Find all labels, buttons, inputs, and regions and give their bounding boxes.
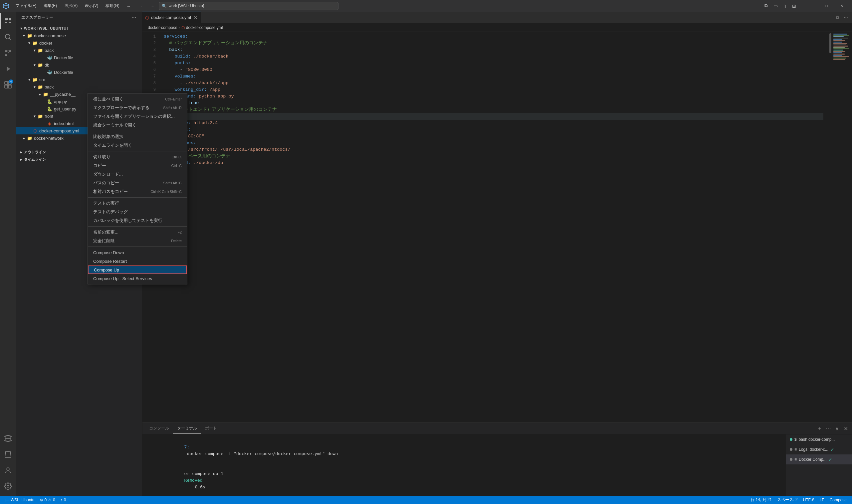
ctx-show-explorer[interactable]: エクスプローラーで表示する Shift+Alt+R — [88, 104, 187, 112]
ctx-compose-restart[interactable]: Compose Restart — [88, 257, 187, 266]
ctx-copy-path-label: パスのコピー — [93, 180, 119, 186]
ctx-coverage-test[interactable]: カバレッジを使用してテストを実行 — [88, 216, 187, 225]
title-search[interactable]: 🔍 work [WSL: Ubuntu] — [159, 2, 338, 10]
add-terminal-btn[interactable]: + — [816, 425, 823, 432]
split-editor-btn[interactable]: ⧉ — [833, 14, 841, 21]
activity-explorer[interactable] — [0, 13, 16, 29]
tree-docker[interactable]: ▼ 📁 docker — [16, 39, 142, 47]
menu-edit[interactable]: 編集(E) — [40, 2, 60, 10]
ctx-compose-up-select[interactable]: Compose Up - Select Services — [88, 274, 187, 283]
ctx-copy-path[interactable]: パスのコピー Shift+Alt+C — [88, 179, 187, 187]
ctx-open-with[interactable]: ファイルを開くアプリケーションの選択... — [88, 112, 187, 121]
status-errors[interactable]: ⊗ 0 ⚠ 0 — [37, 496, 57, 504]
status-encoding[interactable]: UTF-8 — [800, 498, 817, 502]
status-spaces[interactable]: スペース: 2 — [775, 497, 800, 503]
status-language[interactable]: Compose — [827, 498, 849, 502]
ctx-rename[interactable]: 名前の変更... F2 — [88, 228, 187, 236]
more-actions-btn[interactable]: ⋯ — [842, 14, 849, 21]
terminal-item-bash[interactable]: $ bash docker-comp... — [786, 434, 852, 445]
terminal-content[interactable]: 7: docker compose -f "docker-compose/doc… — [142, 434, 785, 496]
status-eol[interactable]: LF — [817, 498, 827, 502]
code-line-18: - ./src/front/:/usr/local/apache2/htdocs… — [164, 146, 823, 153]
tree-src[interactable]: ▼ 📁 src — [16, 76, 142, 83]
ctx-copy-rel-path[interactable]: 相対パスをコピー Ctrl+K Ctrl+Shift+C — [88, 187, 187, 196]
label-docker-network: docker-network — [34, 136, 64, 141]
new-file-btn[interactable]: ⋯ — [131, 15, 137, 21]
code-line-2: # バックエンドアプリケーション用のコンテナ — [164, 40, 823, 47]
ctx-delete[interactable]: 完全に削除 Delete — [88, 236, 187, 245]
activity-search[interactable] — [0, 29, 16, 45]
activity-remote[interactable] — [0, 431, 16, 447]
ctx-select-compare[interactable]: 比較対象の選択 — [88, 132, 187, 141]
menu-file[interactable]: ファイル(F) — [12, 2, 40, 10]
ctx-copy[interactable]: コピー Ctrl+C — [88, 161, 187, 170]
outline-label: アウトライン — [24, 150, 46, 155]
nav-back-btn[interactable]: ← — [139, 2, 147, 10]
close-btn[interactable]: ✕ — [834, 0, 849, 12]
ctx-open-timeline[interactable]: タイムラインを開く — [88, 141, 187, 150]
nav-forward-btn[interactable]: → — [148, 2, 156, 10]
ctx-cut-label: 切り取り — [93, 154, 110, 160]
editor-scrollbar[interactable] — [829, 32, 832, 422]
status-position[interactable]: 行 14, 列 21 — [748, 497, 775, 503]
terminal-item-logs[interactable]: ≡ Logs: docker-c... ✓ — [786, 445, 852, 454]
layout-right-btn[interactable]: ▯ — [781, 2, 789, 10]
layout-customize-btn[interactable]: ⊞ — [790, 2, 798, 10]
context-menu: 横に並べて開く Ctrl+Enter エクスプローラーで表示する Shift+A… — [88, 93, 188, 285]
code-line-16: - "80:80" — [164, 133, 823, 140]
terminal-icon-docker-comp: ≡ — [795, 457, 797, 462]
panel-maximize-btn[interactable]: ∧ — [833, 425, 841, 432]
status-sync[interactable]: ↕ 0 — [58, 496, 69, 504]
ctx-cut-shortcut: Ctrl+X — [172, 155, 182, 159]
ctx-compose-down[interactable]: Compose Down — [88, 248, 187, 257]
tree-back-src[interactable]: ▼ 📁 back — [16, 83, 142, 90]
workspace-root[interactable]: ▼ WORK [WSL: UBUNTU] — [16, 24, 142, 32]
label-docker: docker — [39, 41, 52, 46]
ctx-cut[interactable]: 切り取り Ctrl+X — [88, 153, 187, 161]
breadcrumb-docker-compose[interactable]: docker-compose — [148, 25, 177, 30]
panel-tab-console[interactable]: コンソール — [145, 423, 173, 434]
panel-close-btn[interactable]: ✕ — [842, 425, 849, 432]
tree-db[interactable]: ▼ 📁 db — [16, 61, 142, 69]
ctx-open-terminal[interactable]: 統合ターミナルで開く — [88, 121, 187, 129]
menu-select[interactable]: 選択(V) — [61, 2, 81, 10]
label-dockerfile-db: Dockerfile — [54, 70, 73, 75]
terminal-item-docker-comp[interactable]: ≡ Docker Comp... ✓ — [786, 454, 852, 464]
terminal-check-logs: ✓ — [830, 447, 834, 452]
layout-sidebar-btn[interactable]: ⧉ — [762, 2, 770, 10]
label-docker-compose: docker-compose — [34, 33, 66, 38]
tree-back[interactable]: ▼ 📁 back — [16, 47, 142, 54]
activity-account[interactable] — [0, 463, 16, 479]
label-app-py: app.py — [54, 99, 67, 104]
tree-dockerfile-back[interactable]: ► 🐳 Dockerfile — [16, 54, 142, 61]
breadcrumb-file[interactable]: docker-compose.yml — [186, 25, 223, 30]
tree-docker-compose[interactable]: ▼ 📁 docker-compose — [16, 32, 142, 39]
ctx-run-test[interactable]: テストの実行 — [88, 199, 187, 208]
activity-settings[interactable] — [0, 479, 16, 494]
minimize-btn[interactable]: − — [803, 0, 819, 12]
folder-icon-docker-network: 📁 — [26, 135, 33, 141]
ctx-compose-restart-label: Compose Restart — [93, 259, 127, 264]
tree-dockerfile-db[interactable]: ► 🐳 Dockerfile — [16, 69, 142, 76]
ctx-download[interactable]: ダウンロード... — [88, 170, 187, 179]
tab-close-btn[interactable]: ✕ — [193, 15, 198, 20]
panel-tab-terminal[interactable]: ターミナル — [173, 423, 201, 434]
menu-view[interactable]: 表示(V) — [82, 2, 102, 10]
activity-extensions[interactable]: 4 — [0, 77, 16, 93]
activity-source-control[interactable] — [0, 45, 16, 61]
tab-docker-compose-yml[interactable]: ⬡ docker-compose.yml ✕ — [142, 12, 201, 23]
ctx-open-side[interactable]: 横に並べて開く Ctrl+Enter — [88, 95, 187, 104]
panel-tab-port[interactable]: ポート — [201, 423, 221, 434]
activity-test[interactable] — [0, 447, 16, 463]
menu-more[interactable]: ... — [123, 2, 134, 10]
label-front: front — [45, 114, 53, 119]
activity-run-debug[interactable] — [0, 61, 16, 77]
ctx-compose-up[interactable]: Compose Up — [88, 266, 187, 274]
split-terminal-btn[interactable]: ⋯ — [825, 425, 832, 432]
ctx-debug-test[interactable]: テストのデバッグ — [88, 208, 187, 216]
layout-panel-btn[interactable]: ▭ — [771, 2, 779, 10]
code-editor[interactable]: 12345 678910 1112131415 1617181920 servi… — [142, 32, 829, 422]
maximize-btn[interactable]: □ — [819, 0, 834, 12]
status-wsl[interactable]: ⊢ WSL: Ubuntu — [3, 496, 37, 504]
menu-go[interactable]: 移動(G) — [102, 2, 123, 10]
